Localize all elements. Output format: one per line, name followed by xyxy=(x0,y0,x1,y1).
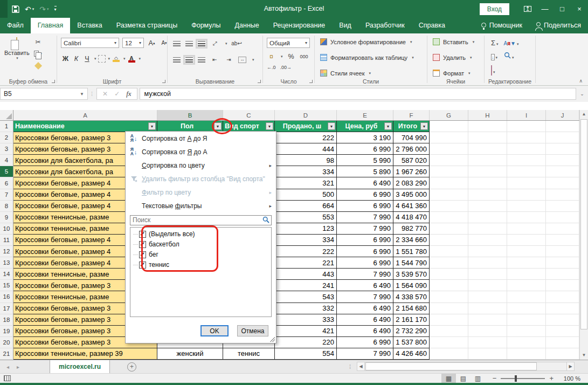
increase-decimal-icon[interactable]: ←.0 xyxy=(267,65,276,70)
confirm-entry-icon[interactable]: ✓ xyxy=(114,90,120,98)
cancel-button[interactable]: Отмена xyxy=(237,325,268,336)
cell-H7[interactable] xyxy=(468,189,507,201)
resize-grip[interactable] xyxy=(270,337,275,342)
decrease-decimal-icon[interactable]: .00→ xyxy=(280,65,292,70)
horizontal-scroll-track[interactable] xyxy=(365,362,566,371)
cell-G13[interactable] xyxy=(430,257,468,269)
cell-H20[interactable] xyxy=(468,337,507,348)
cell-D10[interactable]: 123 xyxy=(275,223,337,235)
cell-J6[interactable] xyxy=(546,177,579,189)
filter-button-total[interactable]: ▼ xyxy=(420,122,428,130)
tab-scroll-splitter[interactable]: ⁞ xyxy=(349,363,351,370)
fill-color-icon[interactable]: ◇ xyxy=(112,54,121,63)
zoom-slider-handle[interactable] xyxy=(515,375,517,382)
close-button[interactable]: × xyxy=(571,0,588,18)
row-header-1[interactable]: 1 xyxy=(0,121,13,132)
find-select-icon[interactable]: ▾ xyxy=(504,51,514,61)
row-header-19[interactable]: 19 xyxy=(0,326,13,337)
cell-I16[interactable] xyxy=(507,291,546,302)
cell-E19[interactable]: 6 490 xyxy=(337,326,393,337)
cell-I18[interactable] xyxy=(507,314,546,326)
normal-view-icon[interactable]: ▦ xyxy=(441,374,456,383)
cell-E9[interactable]: 7 990 xyxy=(337,212,393,223)
cell-J17[interactable] xyxy=(546,303,579,314)
cell-H6[interactable] xyxy=(468,177,507,189)
font-dialog-launcher[interactable] xyxy=(162,80,165,83)
formula-bar-splitter[interactable]: ⁞ xyxy=(91,91,93,97)
cell-H13[interactable] xyxy=(468,257,507,269)
cell-D2[interactable]: 222 xyxy=(275,132,337,143)
cell-H4[interactable] xyxy=(468,155,507,166)
vertical-scrollbar[interactable]: ▲ ▼ xyxy=(579,110,588,360)
cell-G6[interactable] xyxy=(430,177,468,189)
column-header-F[interactable]: F xyxy=(393,110,430,120)
cell-F12[interactable]: 1 551 780 xyxy=(393,246,430,257)
cell-J9[interactable] xyxy=(546,212,579,223)
cell-G19[interactable] xyxy=(430,326,468,337)
align-center-icon[interactable] xyxy=(185,57,193,63)
cell-E6[interactable]: 6 490 xyxy=(337,177,393,189)
number-dialog-launcher[interactable] xyxy=(309,80,313,83)
format-cells-button[interactable]: Формат▾ xyxy=(433,70,471,77)
autosum-icon[interactable]: Σ▾ xyxy=(491,38,499,47)
cell-H3[interactable] xyxy=(468,143,507,155)
cell-D9[interactable]: 553 xyxy=(275,212,337,223)
cell-I13[interactable] xyxy=(507,257,546,269)
cell-A1[interactable]: Наименование▼ xyxy=(13,121,157,132)
cell-I17[interactable] xyxy=(507,303,546,314)
zoom-in-icon[interactable]: + xyxy=(549,374,554,382)
cell-G1[interactable] xyxy=(430,121,468,132)
save-icon[interactable] xyxy=(12,5,19,13)
number-format-select[interactable]: Общий▾ xyxy=(267,38,310,48)
cell-J19[interactable] xyxy=(546,326,579,337)
cell-F14[interactable]: 3 539 570 xyxy=(393,269,430,280)
cell-D8[interactable]: 664 xyxy=(275,201,337,212)
column-header-H[interactable]: H xyxy=(468,110,507,120)
tab-formulas[interactable]: Формулы xyxy=(184,18,227,33)
tab-page-layout[interactable]: Разметка страницы xyxy=(109,18,184,33)
cell-G8[interactable] xyxy=(430,201,468,212)
underline-button[interactable]: Ч xyxy=(82,54,92,63)
row-header-2[interactable]: 2 xyxy=(0,132,13,143)
cell-D6[interactable]: 321 xyxy=(275,177,337,189)
name-box[interactable]: B5▼ xyxy=(0,88,88,100)
row-header-16[interactable]: 16 xyxy=(0,291,13,302)
cell-H21[interactable] xyxy=(468,348,507,360)
cell-F13[interactable]: 1 544 790 xyxy=(393,257,430,269)
collapse-ribbon-icon[interactable]: ∧ xyxy=(579,78,583,84)
cell-G14[interactable] xyxy=(430,269,468,280)
cell-I12[interactable] xyxy=(507,246,546,257)
decrease-indent-icon[interactable]: ⇤ xyxy=(210,55,219,64)
cell-E15[interactable]: 6 490 xyxy=(337,280,393,291)
redo-button[interactable]: ↷▾ xyxy=(39,5,49,13)
scroll-up-icon[interactable]: ▲ xyxy=(580,110,588,119)
cell-G10[interactable] xyxy=(430,223,468,235)
cell-G5[interactable] xyxy=(430,166,468,177)
row-header-9[interactable]: 9 xyxy=(0,212,13,223)
cell-F15[interactable]: 1 564 090 xyxy=(393,280,430,291)
tab-data[interactable]: Данные xyxy=(228,18,266,33)
page-break-view-icon[interactable]: ▥ xyxy=(471,374,485,383)
row-header-18[interactable]: 18 xyxy=(0,314,13,326)
cell-G18[interactable] xyxy=(430,314,468,326)
cell-E8[interactable]: 6 990 xyxy=(337,201,393,212)
cell-styles-button[interactable]: Стили ячеек▾ xyxy=(320,70,371,77)
paste-button[interactable]: Вставить ▾ xyxy=(4,38,29,60)
cell-I21[interactable] xyxy=(507,348,546,360)
add-sheet-icon[interactable]: + xyxy=(127,362,136,372)
cell-J14[interactable] xyxy=(546,269,579,280)
ok-button[interactable]: OK xyxy=(200,325,229,336)
cell-I10[interactable] xyxy=(507,223,546,235)
merge-center-icon[interactable]: ↔ xyxy=(238,57,246,63)
tab-file[interactable]: Файл xyxy=(0,18,31,33)
cell-J5[interactable] xyxy=(546,166,579,177)
align-right-icon[interactable] xyxy=(198,57,205,63)
cell-I9[interactable] xyxy=(507,212,546,223)
ribbon-display-options-icon[interactable]: ↥ xyxy=(524,6,531,12)
cell-I4[interactable] xyxy=(507,155,546,166)
insert-function-icon[interactable]: fx xyxy=(126,90,131,98)
column-header-B[interactable]: B xyxy=(157,110,223,120)
cell-D3[interactable]: 444 xyxy=(275,143,337,155)
cell-H2[interactable] xyxy=(468,132,507,143)
cell-I19[interactable] xyxy=(507,326,546,337)
